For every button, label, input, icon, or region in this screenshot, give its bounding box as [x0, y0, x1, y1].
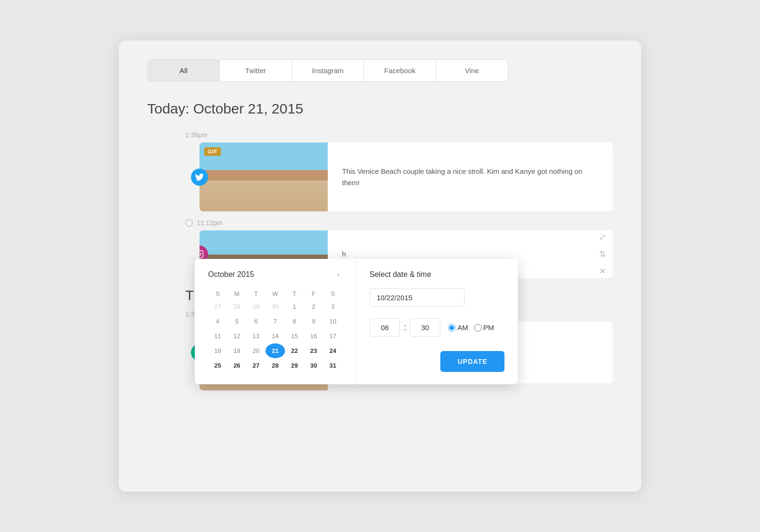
gif-badge: GIF — [204, 147, 221, 156]
cal-day[interactable]: 1 — [285, 299, 304, 314]
share-icon[interactable]: ⤢ — [599, 232, 606, 242]
cal-day[interactable]: 31 — [323, 358, 342, 373]
cal-day[interactable]: 14 — [266, 329, 285, 343]
card-content-1: This Venice Beach couple taking a nice s… — [328, 142, 613, 211]
cal-day[interactable]: 28 — [266, 358, 285, 373]
cal-day[interactable]: 29 — [247, 299, 266, 314]
date-heading: Today: October 21, 2015 — [147, 101, 613, 117]
tab-bar: All Twitter Instagram Facebook Vine — [147, 59, 508, 82]
cal-day[interactable]: 2 — [304, 299, 323, 314]
dt-time-row: : AM PM — [370, 318, 504, 337]
card-text-1: This Venice Beach couple taking a nice s… — [342, 166, 598, 189]
cal-day[interactable]: 20 — [247, 343, 266, 358]
tab-all[interactable]: All — [148, 60, 220, 81]
am-radio-label[interactable]: AM — [448, 323, 468, 332]
pm-radio-label[interactable]: PM — [474, 323, 494, 332]
datetime-panel: Select date & time : AM PM UPDATE — [356, 259, 518, 384]
feed-card-1: GIF This Venice Beach couple taking a ni… — [200, 142, 613, 211]
cal-grid: S M T W T F S 27282930123456789101112131… — [208, 288, 342, 373]
cal-day[interactable]: 27 — [208, 299, 227, 314]
cal-day[interactable]: 30 — [266, 299, 285, 314]
dt-colon: : — [404, 323, 406, 332]
cal-day[interactable]: 11 — [208, 329, 227, 343]
twitter-badge-1 — [191, 169, 208, 186]
card-actions: ⤢ ⇅ ✕ — [592, 230, 613, 278]
cal-day[interactable]: 17 — [323, 329, 342, 343]
dow-thu: T — [285, 288, 304, 299]
calendar-panel: October 2015 › S M T W T F S 27282930 — [195, 259, 356, 384]
dt-ampm: AM PM — [448, 323, 494, 332]
cal-day[interactable]: 18 — [208, 343, 227, 358]
cal-day[interactable]: 24 — [323, 343, 342, 358]
calendar-month-title: October 2015 — [208, 270, 254, 279]
dt-hour-input[interactable] — [370, 318, 400, 337]
card-image-1: GIF — [200, 142, 328, 211]
cal-day[interactable]: 8 — [285, 314, 304, 329]
calendar-header: October 2015 › — [208, 270, 342, 279]
dow-sat: S — [323, 288, 342, 299]
calendar-overlay: October 2015 › S M T W T F S 27282930 — [195, 259, 518, 384]
cal-day[interactable]: 10 — [323, 314, 342, 329]
cal-day[interactable]: 29 — [285, 358, 304, 373]
cal-day[interactable]: 13 — [247, 329, 266, 343]
pm-radio[interactable] — [474, 324, 482, 332]
dow-fri: F — [304, 288, 323, 299]
cal-day[interactable]: 12 — [227, 329, 246, 343]
cal-day[interactable]: 23 — [304, 343, 323, 358]
dow-tue: T — [247, 288, 266, 299]
cal-day[interactable]: 15 — [285, 329, 304, 343]
card-text-2: h — [342, 248, 346, 260]
dow-wed: W — [266, 288, 285, 299]
time-label-1: 1:36pm — [185, 131, 613, 139]
cal-day[interactable]: 22 — [285, 343, 304, 358]
dt-minute-input[interactable] — [410, 318, 440, 337]
dt-date-input[interactable] — [370, 288, 465, 307]
cal-day[interactable]: 3 — [323, 299, 342, 314]
sort-icon[interactable]: ⇅ — [599, 249, 606, 259]
tab-instagram[interactable]: Instagram — [292, 60, 364, 81]
cal-day[interactable]: 19 — [227, 343, 246, 358]
app-container: All Twitter Instagram Facebook Vine Toda… — [119, 40, 641, 492]
cal-day[interactable]: 21 — [266, 343, 285, 358]
close-icon[interactable]: ✕ — [599, 266, 606, 276]
cal-day[interactable]: 6 — [247, 314, 266, 329]
dow-mon: M — [227, 288, 246, 299]
dt-title: Select date & time — [370, 270, 504, 279]
cal-day[interactable]: 9 — [304, 314, 323, 329]
tab-twitter[interactable]: Twitter — [220, 60, 292, 81]
cal-day[interactable]: 28 — [227, 299, 246, 314]
tab-vine[interactable]: Vine — [436, 60, 508, 81]
cal-day[interactable]: 4 — [208, 314, 227, 329]
cal-day[interactable]: 26 — [227, 358, 246, 373]
cal-day[interactable]: 16 — [304, 329, 323, 343]
am-label: AM — [457, 323, 468, 332]
cal-day[interactable]: 25 — [208, 358, 227, 373]
cal-day[interactable]: 30 — [304, 358, 323, 373]
cal-day[interactable]: 27 — [247, 358, 266, 373]
pm-label: PM — [484, 323, 494, 332]
update-button[interactable]: UPDATE — [440, 351, 504, 372]
cal-day[interactable]: 5 — [227, 314, 246, 329]
tab-facebook[interactable]: Facebook — [364, 60, 436, 81]
am-radio[interactable] — [448, 324, 456, 332]
cal-next-btn[interactable]: › — [334, 270, 342, 279]
cal-day[interactable]: 7 — [266, 314, 285, 329]
dow-sun: S — [208, 288, 227, 299]
time-label-2: 11:12pm — [185, 219, 613, 227]
